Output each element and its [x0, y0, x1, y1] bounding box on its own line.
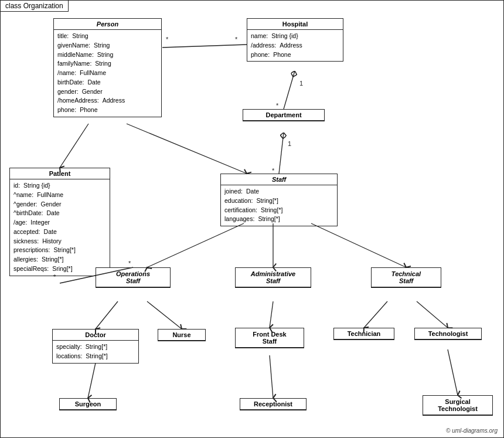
class-staff-header: Staff [221, 174, 337, 185]
class-technician: Technician [333, 328, 394, 340]
class-technologist-header: Technologist [415, 328, 481, 339]
class-technician-header: Technician [334, 328, 394, 339]
class-admin-header: AdministrativeStaff [236, 268, 311, 287]
class-department: Department [243, 109, 325, 121]
class-ops-header: OperationsStaff [96, 268, 170, 287]
class-admin-staff: AdministrativeStaff [235, 267, 311, 288]
class-operations-staff: OperationsStaff [96, 267, 171, 288]
svg-line-23 [88, 363, 96, 398]
svg-line-17 [311, 223, 406, 267]
class-receptionist-header: Receptionist [240, 399, 306, 410]
svg-line-18 [96, 301, 118, 329]
class-tech-staff-header: TechnicalStaff [372, 268, 441, 287]
svg-text:*: * [276, 102, 279, 109]
class-surgeon-header: Surgeon [60, 399, 116, 410]
class-department-header: Department [243, 110, 324, 121]
class-receptionist: Receptionist [240, 398, 307, 410]
class-doctor: Doctor specialty:String[*] locations:Str… [52, 329, 139, 364]
diagram-title: class Organization [1, 1, 69, 12]
class-surgical-tech-header: SurgicalTechnologist [423, 396, 492, 415]
class-nurse: Nurse [158, 329, 206, 341]
class-hospital: Hospital name:String {id} /address:Addre… [247, 18, 343, 62]
class-hospital-body: name:String {id} /address:Address phone:… [247, 30, 343, 61]
svg-line-24 [270, 355, 273, 398]
svg-text:*: * [128, 260, 131, 267]
class-technical-staff: TechnicalStaff [371, 267, 441, 288]
class-patient-body: id:String {id} ^name:FullName ^gender:Ge… [10, 179, 110, 276]
svg-line-11 [127, 124, 247, 174]
class-surgeon: Surgeon [59, 398, 117, 410]
class-doctor-body: specialty:String[*] locations:String[*] [53, 341, 138, 363]
svg-text:*: * [166, 36, 169, 43]
class-nurse-header: Nurse [158, 330, 205, 341]
svg-line-19 [147, 301, 182, 329]
class-front-desk-header: Front DeskStaff [236, 328, 304, 348]
svg-text:*: * [235, 36, 238, 43]
class-staff: Staff joined:Date education:String[*] ce… [220, 174, 338, 226]
class-front-desk: Front DeskStaff [235, 328, 304, 348]
svg-line-21 [364, 301, 387, 328]
svg-line-1 [162, 45, 247, 47]
class-hospital-header: Hospital [247, 19, 343, 30]
class-patient-header: Patient [10, 168, 110, 179]
svg-text:1: 1 [288, 140, 291, 147]
class-staff-body: joined:Date education:String[*] certific… [221, 185, 337, 226]
class-technologist: Technologist [414, 328, 482, 340]
class-surgical-tech: SurgicalTechnologist [423, 395, 493, 416]
copyright: © uml-diagrams.org [446, 427, 498, 434]
svg-line-10 [60, 124, 88, 168]
svg-line-7 [279, 133, 284, 174]
class-person: Person title:String givenName:String mid… [53, 18, 162, 117]
class-person-header: Person [54, 19, 161, 30]
svg-text:1: 1 [299, 80, 303, 87]
diagram-container: class Organization Person title:String g… [0, 0, 504, 438]
svg-line-20 [270, 301, 273, 328]
svg-line-4 [284, 71, 295, 109]
class-doctor-header: Doctor [53, 330, 138, 341]
svg-line-25 [448, 349, 458, 395]
svg-line-15 [147, 223, 244, 267]
class-person-body: title:String givenName:String middleName… [54, 30, 161, 117]
class-patient: Patient id:String {id} ^name:FullName ^g… [9, 168, 110, 276]
svg-line-22 [417, 301, 448, 328]
